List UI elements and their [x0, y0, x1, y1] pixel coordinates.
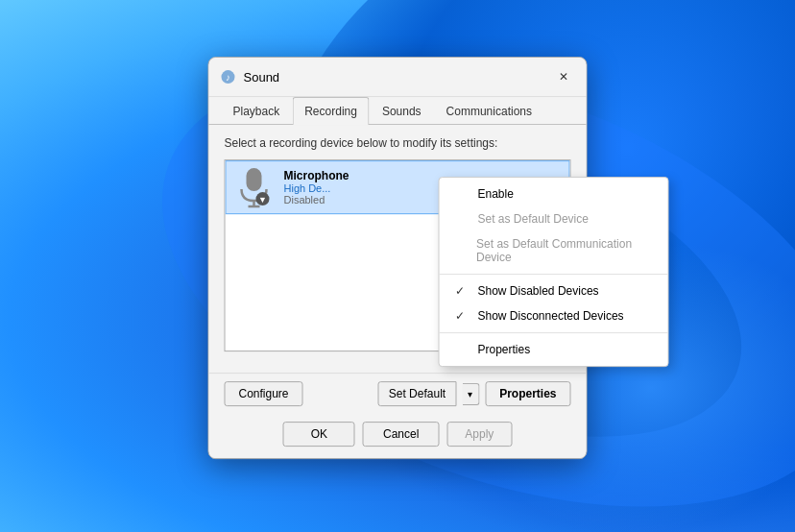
tab-recording[interactable]: Recording: [292, 97, 370, 125]
ctx-set-default-comm: Set as Default Communication Device: [440, 231, 668, 270]
ctx-enable[interactable]: Enable: [440, 181, 668, 206]
ctx-show-disconnected[interactable]: ✓ Show Disconnected Devices: [440, 303, 668, 328]
svg-text:▼: ▼: [258, 195, 267, 205]
ctx-properties-label: Properties: [478, 343, 531, 356]
ctx-show-disabled[interactable]: ✓ Show Disabled Devices: [440, 278, 668, 303]
svg-text:♪: ♪: [226, 72, 230, 83]
svg-rect-2: [247, 168, 262, 191]
ctx-divider-2: [440, 332, 668, 333]
tab-bar: Playback Recording Sounds Communications: [209, 97, 587, 125]
ctx-show-disabled-label: Show Disabled Devices: [478, 284, 599, 298]
ctx-set-default-label: Set as Default Device: [478, 212, 589, 226]
ctx-divider-1: [440, 274, 668, 275]
configure-button[interactable]: Configure: [225, 381, 303, 406]
set-default-button[interactable]: Set Default: [378, 381, 456, 406]
dialog-actions: OK Cancel Apply: [209, 414, 587, 458]
tab-communications[interactable]: Communications: [434, 97, 544, 125]
ctx-set-default-comm-label: Set as Default Communication Device: [476, 237, 652, 264]
dialog-title: Sound: [244, 70, 544, 85]
ctx-properties[interactable]: Properties: [440, 337, 668, 362]
dialog-footer: Configure Set Default ▾ Properties: [209, 373, 587, 414]
close-button[interactable]: ✕: [552, 65, 575, 88]
ctx-show-disconnected-check: ✓: [455, 309, 470, 323]
tab-playback[interactable]: Playback: [221, 97, 293, 125]
context-menu: Enable Set as Default Device Set as Defa…: [439, 177, 669, 367]
dialog-container: ♪ Sound ✕ Playback Recording Sounds Comm…: [208, 57, 588, 459]
ctx-set-default: Set as Default Device: [440, 206, 668, 231]
instruction-text: Select a recording device below to modif…: [225, 136, 571, 150]
apply-button[interactable]: Apply: [446, 422, 512, 447]
set-default-arrow-button[interactable]: ▾: [462, 383, 479, 405]
microphone-icon: ▼: [234, 167, 275, 207]
tab-sounds[interactable]: Sounds: [370, 97, 434, 125]
title-bar: ♪ Sound ✕: [209, 58, 587, 97]
cancel-button[interactable]: Cancel: [363, 422, 439, 447]
ctx-show-disconnected-label: Show Disconnected Devices: [478, 309, 624, 323]
ctx-enable-label: Enable: [478, 187, 514, 201]
ctx-show-disabled-check: ✓: [455, 284, 470, 298]
ok-button[interactable]: OK: [283, 422, 355, 447]
sound-icon: ♪: [221, 69, 236, 85]
properties-button[interactable]: Properties: [485, 381, 570, 406]
